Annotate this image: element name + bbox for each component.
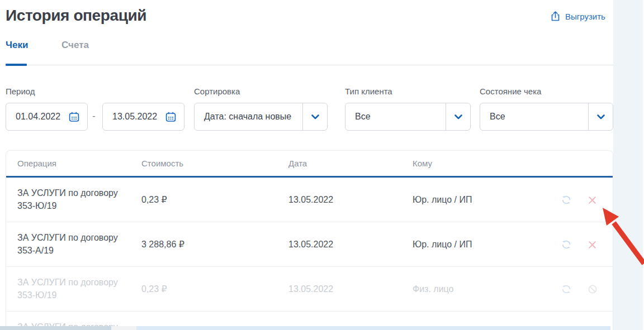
cost-cell: 0,23 ₽: [141, 267, 167, 311]
recipient-cell: Юр. лицо / ИП: [413, 222, 472, 266]
export-label: Выгрузить: [565, 12, 605, 21]
close-icon[interactable]: [588, 195, 597, 205]
active-tab-underline: [6, 64, 27, 66]
period-separator: -: [91, 111, 97, 121]
client-type-select[interactable]: Все: [345, 103, 471, 131]
bottom-edge-strip: [0, 326, 111, 330]
export-button[interactable]: Выгрузить: [550, 11, 605, 22]
date-cell: 13.05.2022: [288, 267, 333, 311]
date-from-input[interactable]: 01.04.2022: [6, 103, 88, 131]
table-header: Операция Стоимость Дата Кому: [6, 151, 613, 178]
cancel-icon[interactable]: [588, 284, 598, 294]
col-cost: Стоимость: [141, 151, 183, 176]
sort-value: Дата: сначала новые: [204, 112, 302, 122]
refresh-icon[interactable]: [561, 194, 572, 205]
sort-label: Сортировка: [194, 87, 240, 96]
cost-cell: 3 288,86 ₽: [141, 222, 184, 266]
date-to-value: 13.05.2022: [112, 112, 157, 122]
col-recipient: Кому: [413, 151, 432, 176]
calendar-icon[interactable]: [165, 111, 177, 123]
tabs-divider: [6, 65, 613, 65]
table-row[interactable]: ЗА УСЛУГИ по договору 353-Ю/19 0,23 ₽ 13…: [6, 178, 613, 222]
date-to-input[interactable]: 13.05.2022: [102, 103, 184, 131]
client-type-value: Все: [355, 112, 446, 122]
page-title: История операций: [6, 7, 146, 25]
col-date: Дата: [288, 151, 307, 176]
recipient-cell: Физ. лицо: [413, 267, 453, 311]
table-row[interactable]: ЗА УСЛУГИ по договору 353-Ю/19 0,23 ₽ 13…: [6, 267, 613, 312]
receipt-state-value: Все: [490, 112, 588, 122]
refresh-icon[interactable]: [561, 239, 572, 250]
bottom-edge-strip: [136, 326, 610, 330]
date-cell: 13.05.2022: [288, 178, 333, 222]
recipient-cell: Юр. лицо / ИП: [413, 178, 472, 222]
operation-cell: ЗА УСЛУГИ по договору 353-Ю/19: [17, 276, 138, 302]
operation-cell: ЗА УСЛУГИ по договору 353-А/19: [17, 231, 138, 257]
close-icon[interactable]: [588, 240, 597, 250]
chevron-down-icon[interactable]: [446, 103, 470, 130]
table-row[interactable]: ЗА УСЛУГИ по договору 353-А/19 3 288,86 …: [6, 222, 613, 267]
chevron-down-icon[interactable]: [302, 103, 327, 130]
tab-invoices[interactable]: Счета: [61, 40, 89, 51]
page-gutter: [613, 0, 643, 330]
sort-select[interactable]: Дата: сначала новые: [194, 103, 328, 131]
period-label: Период: [6, 87, 35, 96]
operation-cell: ЗА УСЛУГИ по договору 353-Ю/19: [17, 186, 138, 212]
calendar-icon[interactable]: [68, 111, 80, 123]
refresh-icon[interactable]: [561, 284, 572, 295]
cost-cell: 0,23 ₽: [141, 178, 167, 222]
tab-receipts[interactable]: Чеки: [6, 40, 28, 51]
export-icon: [550, 11, 561, 22]
operations-table: Операция Стоимость Дата Кому ЗА УСЛУГИ п…: [6, 150, 613, 330]
date-cell: 13.05.2022: [288, 222, 333, 266]
col-operation: Операция: [17, 151, 56, 176]
receipt-state-select[interactable]: Все: [480, 103, 613, 131]
client-type-label: Тип клиента: [345, 87, 392, 96]
receipt-state-label: Состояние чека: [480, 87, 541, 96]
bottom-edge-strip: [111, 326, 136, 330]
date-from-value: 01.04.2022: [16, 112, 60, 122]
chevron-down-icon[interactable]: [588, 103, 613, 130]
